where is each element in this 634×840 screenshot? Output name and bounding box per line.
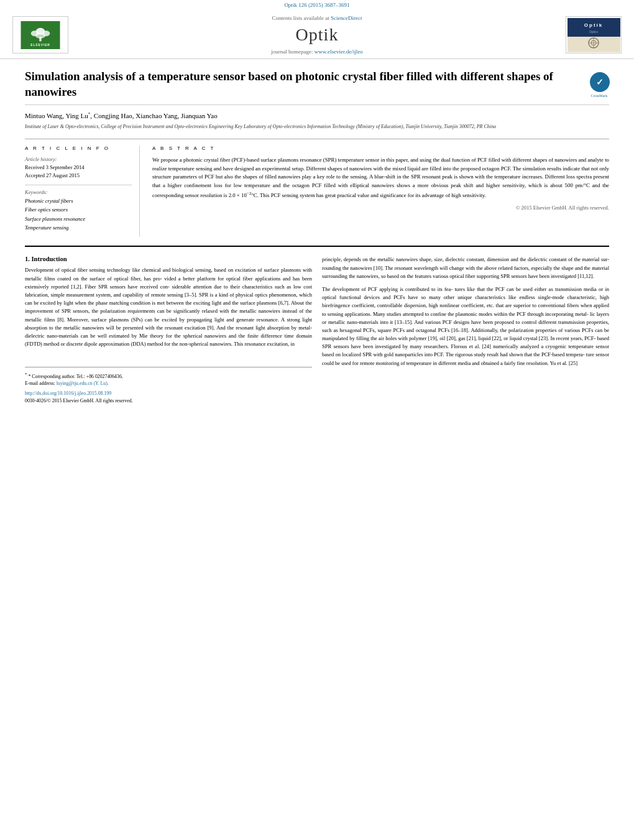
keyword-2: Fiber optics sensors [25,205,132,214]
abstract-col: A B S T R A C T We propose a photonic cr… [152,145,609,237]
keyword-1: Photonic crystal fibers [25,196,132,205]
section1-number: 1. [25,256,30,262]
author-jianquan: Jianquan Yao [181,112,218,119]
abstract-label: A B S T R A C T [152,145,609,151]
author-ying-lu: Ying Lu*, [65,112,93,119]
footnote-corresponding: * * Corresponding author. Tel.: +86 0202… [25,371,312,380]
section1-heading: 1. Introduction [25,256,312,262]
main-body: 1. Introduction Development of optical f… [25,246,609,404]
page-container: Optik 126 (2015) 3687–3691 ELSEVIER Cont… [0,0,634,840]
body-col-right: principle, depends on the metallic nanow… [322,256,609,404]
optik-logo: Optik Optics [566,16,622,53]
author-congjing: Congjing Hao, [94,112,136,119]
keywords-section: Keywords: Photonic crystal fibers Fiber … [25,189,132,233]
body-text-right-2: The development of PCF applying is contr… [322,285,609,367]
svg-text:✓: ✓ [596,77,604,87]
article-title-section: Simulation analysis of a temperature sen… [25,69,609,105]
crossmark-badge[interactable]: ✓ CrossMark [589,72,609,91]
keyword-4: Temperature sensing [25,223,132,232]
svg-rect-5 [39,37,42,41]
contents-label: Contents lists available at [272,15,329,21]
sciencedirect-label[interactable]: ScienceDirect [331,15,362,21]
received-date: Received 3 September 2014 [25,164,132,172]
footnote-email-label: E-mail address: [25,381,55,386]
author-xianchao: Xianchao Yang, [136,112,181,119]
keywords-list: Photonic crystal fibers Fiber optics sen… [25,196,132,233]
abstract-text: We propose a photonic crystal fiber (PCF… [152,156,609,200]
elsevier-logo-svg: ELSEVIER [19,21,62,49]
elsevier-logo: ELSEVIER [12,16,68,53]
two-col-section: A R T I C L E I N F O Article history: R… [25,139,609,237]
footnote-corresponding-text: * Corresponding author. Tel.: +86 020274… [28,374,122,379]
authors-line: Mintuo Wang, Ying Lu*, Congjing Hao, Xia… [25,111,609,119]
keyword-3: Surface plasmons resonance [25,215,132,223]
svg-text:Optics: Optics [589,30,598,34]
homepage-url[interactable]: www.elsevier.de/ijleo [315,48,363,55]
footnote-issn: 0030-4026/© 2015 Elsevier GmbH. All righ… [25,397,312,405]
sciencedirect-line: Contents lists available at ScienceDirec… [81,15,553,21]
accepted-date: Accepted 27 August 2015 [25,172,132,180]
svg-rect-8 [567,37,620,52]
body-text-right-1: principle, depends on the metallic nanow… [322,256,609,280]
homepage-label: journal homepage: [271,48,313,55]
svg-text:Optik: Optik [584,22,602,28]
footnote-doi: http://dx.doi.org/10.1016/j.ijleo.2015.0… [25,390,312,397]
copyright-line: © 2015 Elsevier GmbH. All rights reserve… [152,205,609,211]
history-label: Article history: [25,156,132,162]
footnote-section: * * Corresponding author. Tel.: +86 0202… [25,367,312,404]
article-title: Simulation analysis of a temperature sen… [25,69,589,99]
article-history: Article history: Received 3 September 20… [25,156,132,180]
journal-header: ELSEVIER Contents lists available at Sci… [0,10,634,59]
footnote-email: E-mail address: luying@tju.edu.cn (Y. Lu… [25,380,312,387]
article-info-label: A R T I C L E I N F O [25,145,132,151]
affiliation: Institute of Laser & Opto-electronics, C… [25,123,609,130]
section1-title: Introduction [32,256,67,262]
body-col-left: 1. Introduction Development of optical f… [25,256,312,404]
journal-title: Optik [81,25,553,45]
doi-line: Optik 126 (2015) 3687–3691 [0,0,634,10]
svg-text:ELSEVIER: ELSEVIER [30,43,50,46]
journal-homepage: journal homepage: www.elsevier.de/ijleo [81,48,553,55]
footnote-email-address[interactable]: luying@tju.edu.cn (Y. Lu). [57,381,109,386]
body-text-left: Development of optical fiber sensing tec… [25,266,312,348]
journal-center: Contents lists available at ScienceDirec… [68,15,566,55]
footnote-doi-link[interactable]: http://dx.doi.org/10.1016/j.ijleo.2015.0… [25,390,111,396]
keywords-label: Keywords: [25,189,132,195]
optik-logo-svg: Optik Optics [567,18,620,52]
doi-text: Optik 126 (2015) 3687–3691 [284,2,349,8]
author-mintuo: Mintuo Wang, [25,112,65,119]
article-info-col: A R T I C L E I N F O Article history: R… [25,145,140,237]
article-content: Simulation analysis of a temperature sen… [0,59,634,415]
